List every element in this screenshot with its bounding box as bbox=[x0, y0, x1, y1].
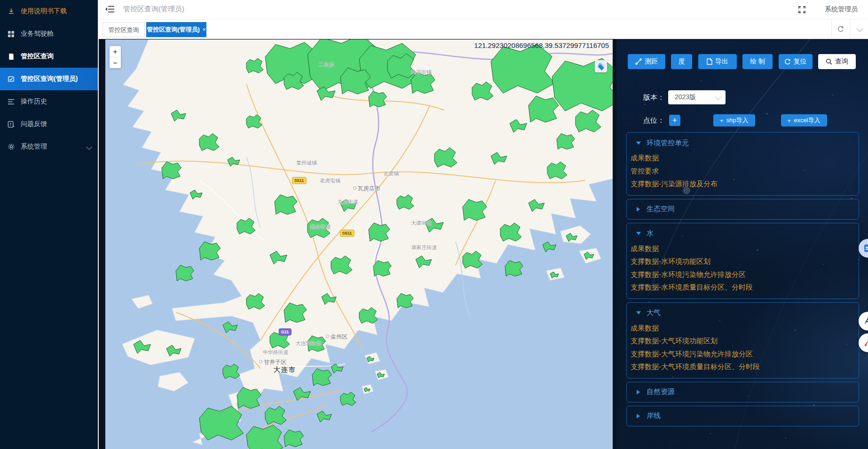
tree-item[interactable]: 成果数据 bbox=[631, 242, 852, 255]
map-label: 什字街镇 bbox=[411, 69, 432, 76]
chevron-down-icon[interactable] bbox=[850, 20, 868, 38]
button-label: 绘 制 bbox=[750, 57, 765, 66]
sidebar-item-label: 管控区查询 bbox=[21, 52, 54, 61]
road-shield: G11 bbox=[279, 329, 292, 336]
sidebar-item-feedback[interactable]: 问题反馈 bbox=[0, 113, 98, 135]
menu-fold-icon[interactable] bbox=[105, 5, 115, 14]
feedback-icon bbox=[7, 120, 15, 128]
map-label: 炮台街道 bbox=[310, 223, 331, 230]
sidebar-item-system-management[interactable]: 系统管理 bbox=[0, 135, 98, 158]
map-label: 大连湾街道 bbox=[296, 340, 322, 347]
dashboard-grid-icon bbox=[7, 30, 15, 38]
tree-item[interactable]: 成果数据 bbox=[631, 151, 852, 165]
tree-item[interactable]: 支撑数据-水环境功能区划 bbox=[631, 255, 852, 268]
shp-import-button[interactable]: + shp导入 bbox=[713, 114, 755, 126]
sidebar-item-label: 操作历史 bbox=[21, 97, 47, 106]
degree-button[interactable]: 度 bbox=[671, 54, 692, 69]
map-canvas[interactable]: 二台乡 什字街镇 复州城镇 老虎屯镇 瓦窝镇 瓦房店市 九龙街道 大谭街道 炮台… bbox=[105, 39, 613, 449]
document-icon bbox=[7, 53, 15, 61]
measure-distance-button[interactable]: 测距 bbox=[628, 54, 665, 69]
map-geography bbox=[105, 39, 613, 449]
map-layers-icon[interactable] bbox=[595, 60, 607, 72]
zoom-in-button[interactable]: + bbox=[110, 46, 121, 57]
map-label: 金州区 bbox=[326, 333, 347, 341]
sidebar-item-label: 使用说明书下载 bbox=[21, 7, 67, 16]
app-window: 使用说明书下载 业务驾驶舱 管控区查询 管控区查询(管理员) 操作历史 bbox=[0, 0, 868, 449]
section-ecological-space: 生态空间 bbox=[626, 199, 859, 220]
layer-tree: 环境管控单元 成果数据 管控要求 支撑数据-污染源排放及分布 生态空间 水 bbox=[626, 132, 859, 426]
section-header[interactable]: 岸线 bbox=[631, 410, 852, 422]
history-list-icon bbox=[7, 98, 15, 106]
section-title: 大气 bbox=[647, 308, 661, 317]
section-header[interactable]: 水 bbox=[631, 228, 852, 239]
route-glyph-icon bbox=[864, 339, 868, 347]
zoom-out-button[interactable]: − bbox=[110, 57, 121, 68]
section-title: 水 bbox=[647, 229, 654, 238]
tree-item[interactable]: 支撑数据-大气环境功能区划 bbox=[631, 334, 852, 347]
sidebar-item-control-area-query-admin[interactable]: 管控区查询(管理员) bbox=[0, 68, 98, 90]
sidebar: 使用说明书下载 业务驾驶舱 管控区查询 管控区查询(管理员) 操作历史 bbox=[0, 0, 98, 449]
version-value: 2023版 bbox=[675, 93, 696, 102]
tab-close-icon[interactable]: × bbox=[203, 26, 206, 33]
add-point-button[interactable]: + bbox=[669, 115, 680, 126]
reset-button[interactable]: 复位 bbox=[779, 54, 813, 69]
excel-import-button[interactable]: + excel导入 bbox=[781, 114, 827, 126]
plus-icon: + bbox=[788, 117, 791, 124]
tree-item[interactable]: 支撑数据-大气环境质量目标分区、分时段 bbox=[631, 360, 852, 373]
sidebar-item-operation-history[interactable]: 操作历史 bbox=[0, 90, 98, 113]
draw-button[interactable]: 绘 制 bbox=[742, 54, 773, 69]
search-button[interactable]: 查询 bbox=[818, 54, 856, 69]
tree-item[interactable]: 支撑数据-污染源排放及分布 bbox=[631, 177, 852, 190]
button-label: 度 bbox=[679, 57, 685, 66]
export-button[interactable]: 导出 bbox=[698, 54, 737, 69]
map-label: 大连市 bbox=[274, 366, 296, 374]
section-header[interactable]: 环境管控单元 bbox=[631, 137, 852, 149]
tree-item[interactable]: 支撑数据-大气环境污染物允许排放分区 bbox=[631, 347, 852, 361]
triangle-down-icon bbox=[636, 142, 641, 145]
map-label: 甘井子区 bbox=[259, 358, 286, 366]
current-user[interactable]: 系统管理员 bbox=[825, 5, 858, 14]
page-title: 管控区查询(管理员) bbox=[123, 5, 184, 14]
fullscreen-icon[interactable] bbox=[798, 6, 806, 14]
map-label: 瓦窝镇 bbox=[384, 170, 399, 177]
map-label: 中华路街道 bbox=[263, 349, 289, 356]
map-label: 复州城镇 bbox=[296, 159, 317, 166]
section-water: 水 成果数据 支撑数据-水环境功能区划 支撑数据-水环境污染物允许排放分区 支撑… bbox=[626, 223, 859, 299]
section-header[interactable]: 自然资源 bbox=[631, 386, 852, 398]
section-header[interactable]: 大气 bbox=[631, 307, 852, 319]
tab-control-area-query-admin[interactable]: 管控区查询(管理员)× bbox=[146, 22, 206, 37]
tab-control-area-query[interactable]: 管控区查询 bbox=[103, 22, 145, 37]
download-icon bbox=[7, 8, 15, 16]
tab-label: 管控区查询 bbox=[109, 26, 139, 33]
section-title: 生态空间 bbox=[647, 205, 675, 213]
sidebar-item-manual-download[interactable]: 使用说明书下载 bbox=[0, 0, 98, 23]
triangle-down-icon bbox=[636, 311, 641, 315]
top-header: 管控区查询(管理员) 系统管理员 bbox=[99, 0, 868, 20]
tree-item[interactable]: 成果数据 bbox=[631, 322, 852, 335]
chevron-down-icon bbox=[86, 144, 92, 150]
query-panel: 测距 度 导出 绘 制 复位 查询 版本： bbox=[616, 39, 868, 449]
map-label: 大谭街道 bbox=[411, 220, 432, 227]
measure-distance-icon bbox=[635, 58, 642, 65]
map-toolbar: 测距 度 导出 绘 制 复位 查询 bbox=[628, 54, 856, 69]
refresh-icon[interactable] bbox=[831, 20, 850, 38]
section-natural-resources: 自然资源 bbox=[626, 382, 859, 402]
section-header[interactable]: 生态空间 bbox=[631, 204, 852, 215]
sidebar-item-dashboard[interactable]: 业务驾驶舱 bbox=[0, 23, 98, 45]
plus-icon: + bbox=[720, 117, 724, 124]
sidebar-divider bbox=[98, 0, 99, 449]
measure-glyph-icon bbox=[864, 317, 868, 325]
map-label: 老虎屯镇 bbox=[320, 177, 340, 184]
tree-item[interactable]: 管控要求 bbox=[631, 165, 852, 178]
sidebar-item-control-area-query[interactable]: 管控区查询 bbox=[0, 45, 98, 68]
search-icon bbox=[826, 58, 832, 65]
section-title: 自然资源 bbox=[647, 387, 675, 396]
button-label: excel导入 bbox=[794, 116, 820, 125]
tree-item[interactable]: 支撑数据-水环境污染物允许排放分区 bbox=[631, 268, 852, 281]
version-select[interactable]: 2023版 bbox=[668, 90, 726, 104]
map-label: 康家庄街道 bbox=[411, 244, 437, 251]
point-row: 点位： + + shp导入 + excel导入 bbox=[616, 114, 868, 126]
triangle-right-icon bbox=[637, 390, 640, 394]
sidebar-item-label: 管控区查询(管理员) bbox=[21, 75, 78, 83]
tree-item[interactable]: 支撑数据-水环境质量目标分区、分时段 bbox=[631, 281, 852, 294]
